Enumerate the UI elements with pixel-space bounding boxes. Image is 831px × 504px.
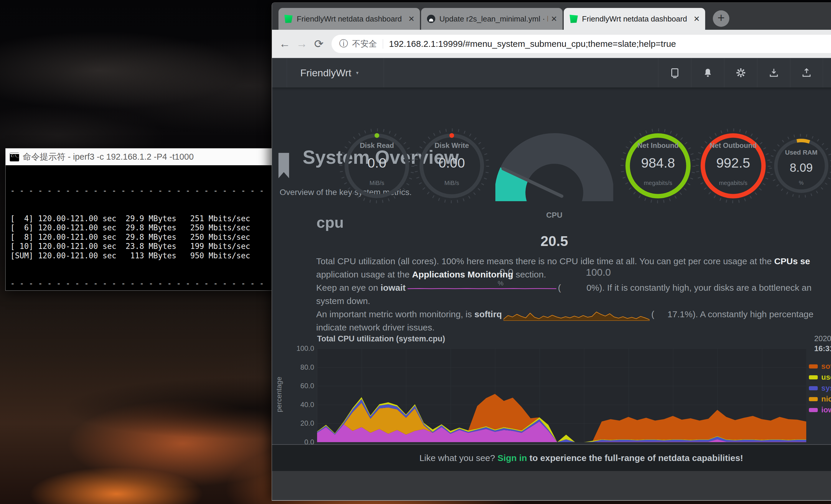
- y-axis-label: percentage: [275, 359, 283, 430]
- used-ram-gauge[interactable]: Used RAM 8.09 %: [766, 130, 831, 202]
- info-icon[interactable]: ⓘ: [339, 38, 348, 50]
- legend-item-user[interactable]: user: [809, 372, 831, 383]
- forward-button[interactable]: →: [293, 37, 310, 50]
- y-tick: 100.0: [285, 344, 314, 353]
- url-text[interactable]: 192.168.2.1:19999/#menu_system_submenu_c…: [389, 39, 676, 49]
- text: to experience the full-range of netdata …: [527, 453, 743, 463]
- cmd-icon: C:\_: [10, 153, 19, 161]
- net-inbound-gauge[interactable]: Net Inbound 984.8 megabits/s: [618, 126, 698, 207]
- legend-swatch: [809, 408, 818, 412]
- sign-in-link[interactable]: Sign in: [497, 453, 527, 463]
- y-tick: 40.0: [285, 401, 314, 409]
- cpu-description-line: application usage at the Applications Mo…: [316, 268, 546, 281]
- tab-close-icon[interactable]: ✕: [551, 14, 557, 24]
- terminal-titlebar[interactable]: C:\_ 命令提示符 - iperf3 -c 192.168.1.2 -P4 -…: [6, 148, 300, 165]
- bookmark-icon: [279, 153, 289, 178]
- desktop: { "terminal": { "title": "命令提示符 - iperf3…: [0, 0, 831, 504]
- alarms-button[interactable]: [691, 58, 724, 88]
- gauge-ticks: [341, 130, 413, 202]
- back-button[interactable]: ←: [276, 37, 293, 50]
- cpu-gauge[interactable]: [495, 127, 613, 202]
- new-tab-button[interactable]: +: [713, 10, 729, 27]
- terminal-separator: - - - - - - - - - - - - - - - - - - - - …: [10, 279, 300, 288]
- print-dashboard-button[interactable]: [658, 58, 691, 88]
- tab-close-icon[interactable]: ✕: [693, 14, 700, 24]
- y-tick: 80.0: [285, 363, 314, 372]
- net-outbound-gauge[interactable]: Net Outbound 992.5 megabits/s: [693, 126, 773, 207]
- gauge-ticks: [416, 130, 488, 202]
- tab-title: FriendlyWrt netdata dashboard: [582, 14, 690, 24]
- text: Keep an eye on: [316, 283, 381, 293]
- text: system down.: [316, 296, 370, 306]
- text: Total CPU utilization (all cores). 100% …: [316, 256, 774, 266]
- cpu-gauge-value: 20.5: [495, 233, 613, 249]
- cpu-description-line: An important metric worth monitoring, is…: [316, 307, 813, 321]
- netdata-page: FriendlyWrt ▾: [272, 58, 831, 471]
- legend-swatch: [809, 386, 818, 390]
- text: ). If it is constantly high, your disks …: [599, 283, 811, 293]
- legend-label: softirq: [821, 362, 831, 371]
- text: indicate network driver issues.: [316, 323, 435, 332]
- browser-tab-2[interactable]: Update r2s_lean_minimal.yml · k ✕: [421, 8, 563, 30]
- y-tick: 60.0: [285, 382, 314, 390]
- gauge-ring: [776, 141, 827, 191]
- chart-title: Total CPU utilization (system.cpu): [317, 334, 445, 344]
- gauge-ticks: [697, 130, 769, 202]
- terminal-window[interactable]: C:\_ 命令提示符 - iperf3 -c 192.168.1.2 -P4 -…: [5, 148, 300, 291]
- banner-text: Like what you see? Sign in to experience…: [419, 453, 743, 463]
- applications-monitoring-link[interactable]: Applications Monitoring: [412, 269, 513, 279]
- legend-item-nice[interactable]: nice: [809, 393, 831, 405]
- chart-time: 16:31:2: [814, 344, 831, 354]
- monitor-icon: [669, 67, 680, 78]
- iowait-value: 0%: [561, 281, 599, 294]
- browser-window: FriendlyWrt netdata dashboard ✕ Update r…: [272, 2, 831, 501]
- terminal-output-line: [ 10] 120.00-121.00 sec 23.8 MBytes 199 …: [10, 242, 300, 251]
- text: (: [558, 283, 561, 293]
- cpu-gauge-label: CPU: [495, 211, 613, 220]
- omnibox-divider: [383, 39, 383, 49]
- disk-write-gauge[interactable]: Disk Write 0.00 MiB/s: [412, 126, 491, 207]
- tab-close-icon[interactable]: ✕: [408, 14, 414, 24]
- tab-title: Update r2s_lean_minimal.yml · k: [439, 14, 548, 24]
- import-snapshot-button[interactable]: [757, 58, 790, 88]
- gauge-ring: [628, 136, 688, 196]
- terminal-output-line: [ 6] 120.00-121.00 sec 29.8 MBytes 250 M…: [10, 223, 300, 233]
- terminal-output-line: [ 4] 120.00-121.00 sec 29.9 MBytes 251 M…: [10, 214, 300, 224]
- cpu-description-line: indicate network driver issues.: [316, 321, 435, 334]
- chart-date: 2020年3: [814, 333, 831, 344]
- gauge-ring: [421, 136, 482, 196]
- legend-item-iowait[interactable]: iowait: [809, 405, 831, 415]
- export-snapshot-button[interactable]: [790, 58, 823, 88]
- cpu-utilization-chart[interactable]: [317, 349, 806, 442]
- host-name: FriendlyWrt: [300, 67, 351, 79]
- gauge-ring: [703, 136, 764, 196]
- host-menu-dropdown[interactable]: FriendlyWrt ▾: [287, 58, 384, 88]
- cpus-link[interactable]: CPUs se: [774, 256, 810, 266]
- bell-icon: [703, 67, 713, 78]
- iowait-sparkline[interactable]: [407, 286, 556, 291]
- terminal-block-1: [ 4] 120.00-121.00 sec 29.9 MBytes 251 M…: [10, 214, 300, 261]
- softirq-sparkline[interactable]: [504, 309, 650, 321]
- chart-timestamp: 2020年3 16:31:2: [814, 333, 831, 354]
- cpu-description-line: Total CPU utilization (all cores). 100% …: [316, 255, 810, 268]
- gauge-ticks: [622, 130, 694, 202]
- netdata-favicon-icon: [570, 15, 578, 23]
- navbar-icon-bar: [658, 58, 823, 88]
- browser-tab-1[interactable]: FriendlyWrt netdata dashboard ✕: [279, 8, 420, 30]
- cpu-description-line: system down.: [316, 294, 370, 307]
- gauge-ring: [347, 136, 407, 196]
- settings-button[interactable]: [724, 58, 757, 88]
- disk-read-gauge[interactable]: Disk Read 0.0 MiB/s: [337, 126, 417, 207]
- cpu-description-line: Keep an eye on iowait(0%). If it is cons…: [316, 281, 811, 294]
- reload-button[interactable]: ⟳: [310, 37, 327, 50]
- legend-label: user: [821, 373, 831, 382]
- upload-icon: [801, 67, 812, 78]
- legend-item-system[interactable]: system: [809, 383, 831, 393]
- terminal-title: 命令提示符 - iperf3 -c 192.168.1.2 -P4 -t1000: [23, 151, 194, 163]
- legend-item-softirq[interactable]: softirq: [809, 361, 831, 372]
- address-bar[interactable]: ⓘ 不安全 192.168.2.1:19999/#menu_system_sub…: [332, 35, 831, 53]
- terminal-separator: - - - - - - - - - - - - - - - - - - - - …: [10, 186, 300, 196]
- browser-tab-3-active[interactable]: FriendlyWrt netdata dashboard ✕: [564, 8, 705, 30]
- gauge-ticks: [771, 135, 831, 197]
- text: (: [651, 309, 654, 319]
